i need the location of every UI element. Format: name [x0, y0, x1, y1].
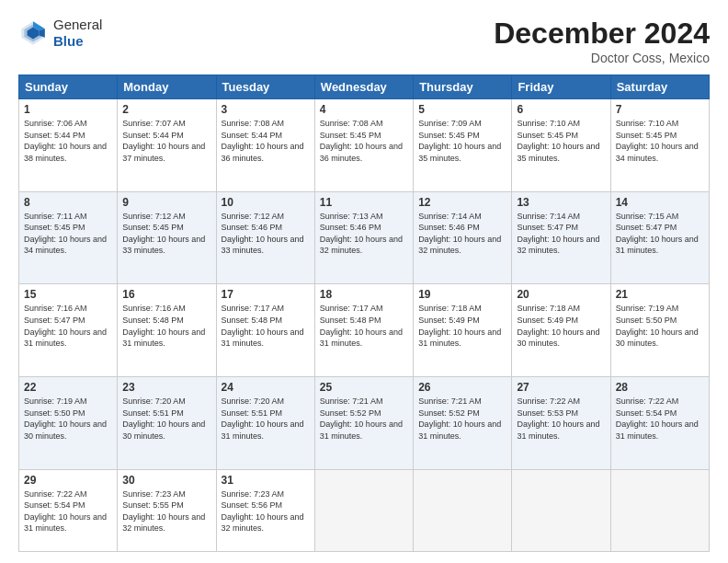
cell-info: Sunrise: 7:15 AMSunset: 5:47 PMDaylight:…: [616, 212, 699, 256]
cell-info: Sunrise: 7:20 AMSunset: 5:51 PMDaylight:…: [222, 396, 304, 441]
table-row: 13 Sunrise: 7:14 AMSunset: 5:47 PMDaylig…: [512, 191, 610, 284]
day-number: 17: [222, 288, 310, 301]
logo-general: General: [53, 17, 102, 32]
day-number: 21: [616, 288, 704, 301]
day-number: 27: [517, 381, 605, 394]
table-row: 23 Sunrise: 7:20 AMSunset: 5:51 PMDaylig…: [118, 377, 216, 470]
day-number: 4: [320, 103, 408, 116]
table-row: 27 Sunrise: 7:22 AMSunset: 5:53 PMDaylig…: [512, 377, 610, 470]
day-number: 22: [24, 381, 112, 394]
day-number: 6: [517, 103, 605, 116]
table-row: 3 Sunrise: 7:08 AMSunset: 5:44 PMDayligh…: [216, 99, 314, 192]
table-row: 10 Sunrise: 7:12 AMSunset: 5:46 PMDaylig…: [216, 191, 314, 284]
day-number: 9: [122, 196, 210, 209]
logo-icon: [18, 18, 48, 48]
header: General Blue December 2024 Doctor Coss, …: [18, 17, 710, 65]
day-number: 3: [222, 103, 310, 116]
cell-info: Sunrise: 7:16 AMSunset: 5:47 PMDaylight:…: [24, 304, 107, 348]
calendar-week-4: 22 Sunrise: 7:19 AMSunset: 5:50 PMDaylig…: [19, 377, 710, 470]
table-row: 26 Sunrise: 7:21 AMSunset: 5:52 PMDaylig…: [414, 377, 512, 470]
table-row: [314, 469, 413, 551]
day-number: 31: [222, 474, 310, 487]
day-number: 11: [320, 196, 408, 209]
day-number: 8: [24, 196, 112, 209]
cell-info: Sunrise: 7:13 AMSunset: 5:46 PMDaylight:…: [320, 212, 403, 256]
table-row: 25 Sunrise: 7:21 AMSunset: 5:52 PMDaylig…: [314, 377, 413, 470]
logo-blue: Blue: [53, 33, 84, 49]
day-number: 5: [418, 103, 506, 116]
calendar-week-3: 15 Sunrise: 7:16 AMSunset: 5:47 PMDaylig…: [19, 284, 710, 377]
table-row: 4 Sunrise: 7:08 AMSunset: 5:45 PMDayligh…: [314, 99, 413, 192]
cell-info: Sunrise: 7:22 AMSunset: 5:53 PMDaylight:…: [517, 396, 599, 441]
day-number: 14: [616, 196, 704, 209]
calendar-week-5: 29 Sunrise: 7:22 AMSunset: 5:54 PMDaylig…: [19, 469, 710, 551]
table-row: [512, 469, 610, 551]
month-year: December 2024: [494, 17, 710, 51]
table-row: 20 Sunrise: 7:18 AMSunset: 5:49 PMDaylig…: [512, 284, 610, 377]
cell-info: Sunrise: 7:20 AMSunset: 5:51 PMDaylight:…: [122, 396, 205, 441]
day-number: 2: [122, 103, 210, 116]
cell-info: Sunrise: 7:23 AMSunset: 5:56 PMDaylight:…: [222, 489, 304, 534]
cell-info: Sunrise: 7:12 AMSunset: 5:45 PMDaylight:…: [122, 212, 205, 256]
table-row: 28 Sunrise: 7:22 AMSunset: 5:54 PMDaylig…: [610, 377, 709, 470]
day-number: 23: [122, 381, 210, 394]
table-row: 29 Sunrise: 7:22 AMSunset: 5:54 PMDaylig…: [19, 469, 118, 551]
logo: General Blue: [18, 17, 102, 50]
day-number: 18: [320, 288, 408, 301]
col-tuesday: Tuesday: [216, 75, 314, 99]
day-number: 20: [517, 288, 605, 301]
day-number: 28: [616, 381, 704, 394]
calendar-table: Sunday Monday Tuesday Wednesday Thursday…: [18, 75, 710, 552]
cell-info: Sunrise: 7:09 AMSunset: 5:45 PMDaylight:…: [418, 119, 501, 163]
day-number: 13: [517, 196, 605, 209]
table-row: 21 Sunrise: 7:19 AMSunset: 5:50 PMDaylig…: [610, 284, 709, 377]
table-row: 12 Sunrise: 7:14 AMSunset: 5:46 PMDaylig…: [414, 191, 512, 284]
table-row: 22 Sunrise: 7:19 AMSunset: 5:50 PMDaylig…: [19, 377, 118, 470]
cell-info: Sunrise: 7:14 AMSunset: 5:47 PMDaylight:…: [517, 212, 599, 256]
calendar-week-1: 1 Sunrise: 7:06 AMSunset: 5:44 PMDayligh…: [19, 99, 710, 192]
cell-info: Sunrise: 7:12 AMSunset: 5:46 PMDaylight:…: [222, 212, 304, 256]
col-saturday: Saturday: [610, 75, 709, 99]
cell-info: Sunrise: 7:14 AMSunset: 5:46 PMDaylight:…: [418, 212, 501, 256]
day-number: 10: [222, 196, 310, 209]
cell-info: Sunrise: 7:11 AMSunset: 5:45 PMDaylight:…: [24, 212, 107, 256]
table-row: 17 Sunrise: 7:17 AMSunset: 5:48 PMDaylig…: [216, 284, 314, 377]
table-row: 18 Sunrise: 7:17 AMSunset: 5:48 PMDaylig…: [314, 284, 413, 377]
page: General Blue December 2024 Doctor Coss, …: [0, 0, 728, 563]
col-friday: Friday: [512, 75, 610, 99]
col-thursday: Thursday: [414, 75, 512, 99]
table-row: 11 Sunrise: 7:13 AMSunset: 5:46 PMDaylig…: [314, 191, 413, 284]
header-row: Sunday Monday Tuesday Wednesday Thursday…: [19, 75, 710, 99]
day-number: 30: [122, 474, 210, 487]
cell-info: Sunrise: 7:10 AMSunset: 5:45 PMDaylight:…: [517, 119, 599, 163]
table-row: 8 Sunrise: 7:11 AMSunset: 5:45 PMDayligh…: [19, 191, 118, 284]
table-row: 30 Sunrise: 7:23 AMSunset: 5:55 PMDaylig…: [118, 469, 216, 551]
day-number: 7: [616, 103, 704, 116]
day-number: 25: [320, 381, 408, 394]
col-monday: Monday: [118, 75, 216, 99]
day-number: 29: [24, 474, 112, 487]
cell-info: Sunrise: 7:18 AMSunset: 5:49 PMDaylight:…: [517, 304, 599, 348]
cell-info: Sunrise: 7:22 AMSunset: 5:54 PMDaylight:…: [24, 489, 107, 534]
table-row: 6 Sunrise: 7:10 AMSunset: 5:45 PMDayligh…: [512, 99, 610, 192]
cell-info: Sunrise: 7:21 AMSunset: 5:52 PMDaylight:…: [320, 396, 403, 441]
day-number: 12: [418, 196, 506, 209]
day-number: 24: [222, 381, 310, 394]
cell-info: Sunrise: 7:08 AMSunset: 5:45 PMDaylight:…: [320, 119, 403, 163]
col-sunday: Sunday: [19, 75, 118, 99]
cell-info: Sunrise: 7:22 AMSunset: 5:54 PMDaylight:…: [616, 396, 699, 441]
calendar-week-2: 8 Sunrise: 7:11 AMSunset: 5:45 PMDayligh…: [19, 191, 710, 284]
day-number: 16: [122, 288, 210, 301]
day-number: 1: [24, 103, 112, 116]
cell-info: Sunrise: 7:07 AMSunset: 5:44 PMDaylight:…: [122, 119, 205, 163]
cell-info: Sunrise: 7:17 AMSunset: 5:48 PMDaylight:…: [320, 304, 403, 348]
table-row: 9 Sunrise: 7:12 AMSunset: 5:45 PMDayligh…: [118, 191, 216, 284]
location: Doctor Coss, Mexico: [494, 51, 710, 65]
cell-info: Sunrise: 7:21 AMSunset: 5:52 PMDaylight:…: [418, 396, 501, 441]
day-number: 15: [24, 288, 112, 301]
table-row: 15 Sunrise: 7:16 AMSunset: 5:47 PMDaylig…: [19, 284, 118, 377]
table-row: 24 Sunrise: 7:20 AMSunset: 5:51 PMDaylig…: [216, 377, 314, 470]
cell-info: Sunrise: 7:06 AMSunset: 5:44 PMDaylight:…: [24, 119, 107, 163]
cell-info: Sunrise: 7:10 AMSunset: 5:45 PMDaylight:…: [616, 119, 699, 163]
cell-info: Sunrise: 7:17 AMSunset: 5:48 PMDaylight:…: [222, 304, 304, 348]
